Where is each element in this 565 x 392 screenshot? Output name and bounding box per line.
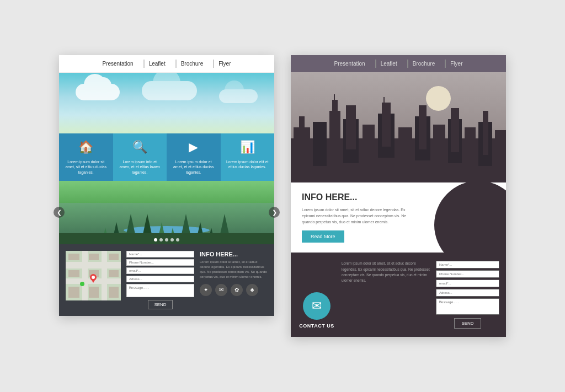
left-nav-item-3[interactable]: Brochure: [175, 60, 208, 68]
social-icon-3[interactable]: ✿: [231, 284, 243, 296]
right-hero: [291, 72, 506, 182]
dot-4[interactable]: [170, 238, 174, 241]
feature-box-2[interactable]: 🔍 Lorem ipsum info et amen, et et eltius…: [113, 133, 167, 181]
left-footer: SEND INFO HERE... Lorem ipsum dolor sit …: [59, 244, 274, 316]
svg-rect-40: [383, 97, 385, 104]
search-icon: 🔍: [132, 139, 147, 156]
svg-rect-25: [346, 105, 356, 149]
svg-rect-6: [89, 254, 99, 260]
svg-rect-38: [495, 130, 506, 174]
svg-rect-5: [68, 254, 79, 260]
left-contact-form: SEND: [126, 251, 194, 309]
map-svg: [66, 251, 121, 300]
right-send-button[interactable]: SEND: [454, 318, 481, 329]
feature-box-1[interactable]: 🏠 Lorem ipsum dolor sit amet, sit et elt…: [59, 133, 113, 181]
left-hero: [59, 73, 274, 133]
social-icon-1[interactable]: ✦: [200, 284, 212, 296]
left-panel: Presentation Leaflet Brochure Flyer 🏠 Lo…: [59, 55, 274, 316]
right-email-input[interactable]: [436, 280, 499, 287]
social-icon-4[interactable]: ♣: [246, 284, 258, 296]
left-info-text: Lorem ipsum dolor sit amet, sit et adluc…: [200, 260, 268, 280]
svg-point-17: [80, 282, 84, 286]
right-phone-input[interactable]: [436, 270, 499, 278]
right-nav-item-1[interactable]: Presentation: [330, 60, 370, 68]
feature-1-text: Lorem ipsum dolor sit amet, sit et eltiu…: [63, 159, 109, 175]
svg-rect-32: [433, 125, 445, 169]
left-info-title: INFO HERE...: [200, 251, 268, 257]
svg-rect-4: [102, 251, 107, 300]
svg-point-16: [92, 276, 95, 279]
svg-rect-11: [68, 287, 79, 298]
svg-rect-34: [451, 108, 459, 152]
left-send-button[interactable]: SEND: [148, 300, 172, 309]
feature-row: 🏠 Lorem ipsum dolor sit amet, sit et elt…: [59, 133, 274, 181]
left-name-input[interactable]: [126, 251, 194, 257]
contact-icon-area: ✉ CONTACT US: [297, 261, 336, 329]
right-nav-item-2[interactable]: Leaflet: [375, 60, 402, 68]
feature-box-4[interactable]: 📊 Lorem ipsum dolor elit et eltius ducia…: [221, 133, 275, 181]
svg-rect-7: [109, 254, 119, 260]
right-panel: Presentation Leaflet Brochure Flyer: [291, 55, 506, 337]
right-footer: ✉ CONTACT US Lorem ipsum dolor sit amet,…: [291, 253, 506, 337]
right-nav-item-3[interactable]: Brochure: [407, 60, 440, 68]
social-icons-row: ✦ ✉ ✿ ♣: [200, 284, 268, 296]
svg-rect-37: [483, 111, 488, 155]
dot-3[interactable]: [165, 238, 168, 241]
city-skyline: [291, 94, 506, 182]
right-contact-text: Lorem ipsum dolor sit amet, sit et adluc…: [342, 261, 430, 329]
left-address-input[interactable]: [126, 276, 194, 282]
feature-box-3[interactable]: ▶ Lorem ipsum dolor et amet, et et eltiu…: [167, 133, 221, 181]
right-nav: Presentation Leaflet Brochure Flyer: [291, 55, 506, 72]
svg-rect-28: [382, 103, 391, 147]
dot-5[interactable]: [176, 238, 179, 241]
left-nav-item-2[interactable]: Leaflet: [143, 60, 170, 68]
left-nav-item-1[interactable]: Presentation: [98, 60, 138, 68]
chart-icon: 📊: [240, 139, 255, 156]
dot-2[interactable]: [159, 238, 163, 241]
svg-rect-29: [398, 127, 412, 171]
right-address-input[interactable]: [436, 289, 499, 297]
svg-rect-26: [363, 125, 375, 169]
contact-us-label: CONTACT US: [299, 323, 334, 329]
right-name-input[interactable]: [436, 261, 499, 269]
slider-section: ❮ ❯: [59, 181, 274, 244]
slider-dots: [59, 238, 274, 241]
home-icon: 🏠: [78, 139, 93, 156]
left-nav: Presentation Leaflet Brochure Flyer: [59, 55, 274, 73]
left-info-area: INFO HERE... Lorem ipsum dolor sit amet,…: [200, 251, 268, 309]
slider-image: [59, 181, 274, 244]
left-nav-item-4[interactable]: Flyer: [213, 60, 235, 68]
svg-rect-21: [313, 122, 327, 166]
svg-rect-23: [332, 100, 338, 144]
svg-rect-35: [465, 127, 476, 171]
mail-icon: ✉: [303, 292, 331, 320]
svg-rect-3: [82, 251, 88, 300]
left-email-input[interactable]: [126, 267, 194, 274]
svg-rect-1: [66, 262, 121, 269]
cloud-1: [76, 84, 120, 100]
map-box: [66, 251, 121, 300]
right-info-section: INFO HERE... Lorem ipsum dolor sit amet,…: [291, 182, 506, 253]
right-info-body: Lorem ipsum dolor sit amet, sit et adluc…: [302, 207, 412, 225]
left-message-input[interactable]: [126, 284, 194, 297]
right-message-input[interactable]: [436, 298, 499, 315]
svg-rect-39: [334, 94, 335, 103]
svg-rect-10: [109, 270, 119, 277]
dot-1[interactable]: [154, 238, 157, 241]
right-nav-item-4[interactable]: Flyer: [445, 60, 467, 68]
feature-4-text: Lorem ipsum dolor elit et eltius ducias …: [225, 159, 270, 170]
left-phone-input[interactable]: [126, 259, 194, 266]
slider-next-button[interactable]: ❯: [269, 207, 280, 218]
feature-3-text: Lorem ipsum dolor et amet, et et eltius …: [171, 159, 216, 175]
slider-prev-button[interactable]: ❮: [54, 207, 65, 218]
social-icon-2[interactable]: ✉: [215, 284, 227, 296]
svg-rect-12: [89, 287, 99, 298]
svg-rect-8: [68, 270, 79, 277]
right-contact-text-body: Lorem ipsum dolor sit amet, sit et adluc…: [342, 261, 430, 284]
play-icon: ▶: [189, 139, 198, 156]
right-contact-form: SEND: [436, 261, 499, 329]
read-more-button[interactable]: Read More: [302, 230, 344, 243]
cloud-2: [142, 81, 197, 100]
svg-rect-13: [109, 287, 119, 298]
svg-rect-20: [299, 116, 305, 160]
